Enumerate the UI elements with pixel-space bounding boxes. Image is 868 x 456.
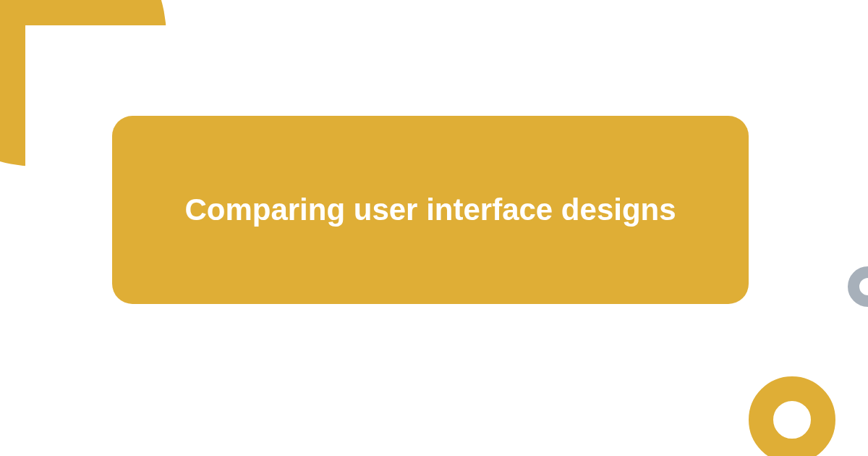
page-title: Comparing user interface designs	[184, 190, 676, 230]
decorative-ring-grey	[848, 266, 868, 307]
title-card: Comparing user interface designs	[112, 116, 749, 304]
decorative-ring-gold	[749, 376, 835, 456]
